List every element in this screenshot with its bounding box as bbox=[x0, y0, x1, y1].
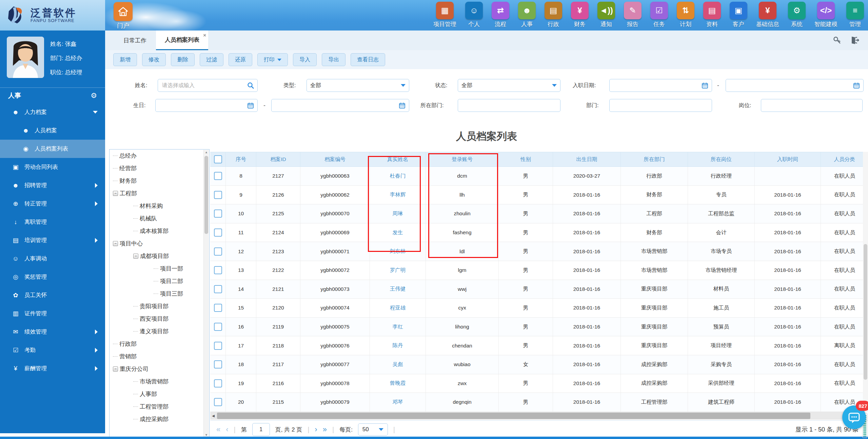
row-checkbox[interactable] bbox=[214, 379, 222, 387]
row-checkbox[interactable] bbox=[214, 172, 222, 180]
module-10[interactable]: ▤ 资料 bbox=[703, 2, 721, 28]
tree-node-2[interactable]: 财务部 bbox=[110, 175, 209, 187]
tree-node-13[interactable]: 西安项目部 bbox=[110, 313, 209, 325]
column-header-3[interactable]: 真实姓名 bbox=[370, 152, 426, 166]
search-icon[interactable] bbox=[247, 82, 254, 89]
tab-daily-work[interactable]: 日常工作 bbox=[115, 31, 155, 50]
cell-name[interactable]: 刘东林 bbox=[370, 242, 426, 261]
birthday-from-field[interactable] bbox=[155, 99, 258, 112]
module-11[interactable]: ▣ 客户 bbox=[730, 2, 747, 28]
column-header-4[interactable]: 登录账号 bbox=[426, 152, 499, 166]
prev-page-button[interactable]: ‹ bbox=[226, 425, 228, 434]
module-0[interactable]: ▦ 项目管理 bbox=[433, 2, 456, 28]
sidebar-item-6[interactable]: ↓ 离职管理 bbox=[0, 213, 105, 231]
sidebar-item-3[interactable]: ▣ 劳动合同列表 bbox=[0, 158, 105, 176]
dept-in-input[interactable] bbox=[461, 102, 557, 109]
cell-name[interactable]: 曾晚霞 bbox=[370, 374, 426, 393]
module-13[interactable]: ⚙ 系统 bbox=[788, 2, 806, 28]
tree-node-5[interactable]: 机械队 bbox=[110, 212, 209, 225]
name-input[interactable] bbox=[161, 82, 247, 89]
calendar-icon[interactable] bbox=[247, 102, 254, 109]
column-header-10[interactable]: 人员分类 bbox=[821, 152, 863, 166]
portal-module[interactable]: 门户 bbox=[111, 2, 135, 30]
sidebar-item-1[interactable]: ☻ 人员档案 bbox=[0, 121, 105, 140]
password-key-icon[interactable] bbox=[833, 36, 842, 45]
cell-name[interactable]: 陈丹 bbox=[370, 336, 426, 355]
sidebar-item-13[interactable]: ☑ 考勤 bbox=[0, 341, 105, 359]
toolbar-button-5[interactable]: 打印 bbox=[257, 53, 288, 66]
cell-name[interactable]: 周琳 bbox=[370, 204, 426, 223]
sidebar-item-9[interactable]: ◎ 奖惩管理 bbox=[0, 268, 105, 286]
sidebar-item-12[interactable]: ✉ 绩效管理 bbox=[0, 323, 105, 341]
toolbar-button-6[interactable]: 导入 bbox=[293, 53, 317, 66]
tree-node-16[interactable]: 营销部 bbox=[110, 350, 209, 363]
tree-node-14[interactable]: 遵义项目部 bbox=[110, 325, 209, 338]
sidebar-item-10[interactable]: ✿ 员工关怀 bbox=[0, 286, 105, 304]
gear-icon[interactable]: ⚙ bbox=[91, 92, 97, 100]
row-checkbox[interactable] bbox=[214, 398, 222, 406]
type-select[interactable]: 全部 bbox=[307, 79, 409, 92]
module-6[interactable]: ◄)) 通知 bbox=[597, 2, 615, 28]
sidebar-item-14[interactable]: ¥ 薪酬管理 bbox=[0, 359, 105, 378]
column-header-0[interactable]: 序号 bbox=[226, 152, 256, 166]
tree-node-11[interactable]: 项目三部 bbox=[110, 287, 209, 300]
cell-name[interactable]: 李红 bbox=[370, 318, 426, 336]
h-scroll-thumb[interactable] bbox=[217, 413, 810, 419]
dept-input[interactable] bbox=[613, 102, 708, 109]
first-page-button[interactable]: « bbox=[216, 425, 220, 434]
birthday-from-input[interactable] bbox=[159, 102, 247, 109]
cell-name[interactable]: 程亚雄 bbox=[370, 299, 426, 317]
sidebar-item-2[interactable]: ◉ 人员档案列表 bbox=[0, 140, 105, 158]
row-checkbox[interactable] bbox=[214, 191, 222, 199]
column-header-9[interactable]: 入职时间 bbox=[755, 152, 821, 166]
module-15[interactable]: ≡ 管理 bbox=[846, 2, 864, 28]
avatar[interactable] bbox=[7, 37, 44, 78]
page-number-input[interactable] bbox=[252, 423, 270, 436]
module-1[interactable]: ☺ 个人 bbox=[465, 2, 483, 28]
birthday-to-field[interactable] bbox=[271, 99, 409, 112]
scroll-up-icon[interactable]: ▲ bbox=[204, 150, 209, 155]
column-header-6[interactable]: 出生日期 bbox=[553, 152, 621, 166]
toolbar-button-4[interactable]: 还原 bbox=[229, 53, 252, 66]
tree-node-8[interactable]: − 成都项目部 bbox=[110, 250, 209, 262]
toolbar-button-7[interactable]: 导出 bbox=[322, 53, 346, 66]
tree-node-9[interactable]: 项目一部 bbox=[110, 262, 209, 275]
column-header-8[interactable]: 所在岗位 bbox=[688, 152, 755, 166]
sidebar-item-11[interactable]: ▥ 证件管理 bbox=[0, 304, 105, 323]
module-8[interactable]: ☑ 任务 bbox=[650, 2, 668, 28]
last-page-button[interactable]: » bbox=[323, 425, 327, 434]
dept-field[interactable] bbox=[609, 99, 712, 112]
tree-node-12[interactable]: 贵阳项目部 bbox=[110, 300, 209, 313]
column-header-1[interactable]: 档案ID bbox=[256, 152, 300, 166]
module-3[interactable]: ☻ 人事 bbox=[518, 2, 536, 28]
module-14[interactable]: </> 智能建模 bbox=[814, 2, 837, 28]
cell-name[interactable]: 邓琴 bbox=[370, 393, 426, 412]
tree-node-20[interactable]: 工程管理部 bbox=[110, 400, 209, 413]
tree-node-17[interactable]: − 重庆分公司 bbox=[110, 363, 209, 375]
select-all-checkbox[interactable] bbox=[214, 155, 222, 163]
row-checkbox[interactable] bbox=[214, 228, 222, 237]
status-select[interactable]: 全部 bbox=[458, 79, 560, 92]
tree-node-4[interactable]: 材料采购 bbox=[110, 200, 209, 212]
row-checkbox[interactable] bbox=[214, 323, 222, 331]
row-checkbox[interactable] bbox=[214, 266, 222, 274]
chat-widget[interactable]: 827 bbox=[842, 405, 866, 429]
row-checkbox[interactable] bbox=[214, 285, 222, 293]
tree-node-3[interactable]: − 工程部 bbox=[110, 187, 209, 200]
column-header-7[interactable]: 所在部门 bbox=[621, 152, 688, 166]
calendar-icon[interactable] bbox=[399, 102, 406, 109]
cell-name[interactable]: 罗广明 bbox=[370, 261, 426, 280]
tab-close-icon[interactable]: × bbox=[203, 33, 206, 38]
module-12[interactable]: ¥ 基础信息 bbox=[756, 2, 779, 28]
tree-scrollbar[interactable]: ▲ ▼ bbox=[203, 150, 209, 438]
tree-node-1[interactable]: 经营部 bbox=[110, 162, 209, 175]
tree-node-0[interactable]: 总经办 bbox=[110, 149, 209, 162]
table-vertical-scrollbar[interactable] bbox=[863, 152, 868, 412]
calendar-icon[interactable] bbox=[702, 82, 708, 89]
toolbar-button-0[interactable]: 新增 bbox=[113, 53, 137, 66]
post-input[interactable] bbox=[765, 102, 859, 109]
table-horizontal-scrollbar[interactable]: ◀ ▶ bbox=[210, 412, 863, 420]
tree-node-18[interactable]: 市场营销部 bbox=[110, 375, 209, 388]
module-7[interactable]: ✎ 报告 bbox=[624, 2, 642, 28]
tree-scroll-thumb[interactable] bbox=[204, 156, 208, 234]
